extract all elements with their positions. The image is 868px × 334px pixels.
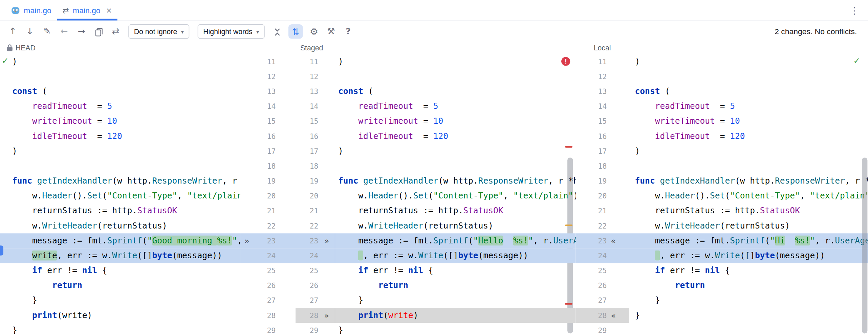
local-scrollbar-thumb[interactable] <box>862 158 867 333</box>
code-token: ) <box>573 191 576 200</box>
line-number: 28 <box>576 311 607 320</box>
code-line[interactable] <box>0 159 240 173</box>
line-number: 22 <box>296 222 318 230</box>
code-line[interactable]: ) <box>0 54 240 69</box>
pane-head-editor[interactable]: )const ( readTimeout = 5 writeTimeout = … <box>0 54 240 334</box>
resolve-conflicts-icon[interactable]: ⚒ <box>325 25 337 38</box>
code-line[interactable]: w.WriteHeader(returnStatus) <box>335 218 576 233</box>
code-line[interactable]: return <box>0 278 240 293</box>
code-line[interactable]: readTimeout = 5 <box>633 99 868 114</box>
code-line[interactable]: message := fmt.Sprintf("Hello %s!", r.Us… <box>335 233 576 248</box>
code-line[interactable]: _, err := w.Write([]byte(message)) <box>633 248 868 263</box>
code-line[interactable]: print(write) <box>335 308 576 323</box>
apply-left-change-chevron-icon[interactable]: » <box>240 236 254 246</box>
code-line[interactable]: const ( <box>335 84 576 99</box>
code-line[interactable] <box>633 323 868 334</box>
code-line[interactable] <box>335 69 576 84</box>
code-line[interactable]: idleTimeout = 120 <box>335 129 576 144</box>
more-options-icon[interactable]: ⋮ <box>850 5 868 16</box>
code-line[interactable]: print(write) <box>0 308 240 323</box>
code-line[interactable]: write, err := w.Write([]byte(message)) <box>0 248 240 263</box>
collapse-unchanged-icon[interactable] <box>271 25 283 38</box>
ignore-policy-dropdown[interactable]: Do not ignore ▾ <box>128 24 189 39</box>
settings-gear-icon[interactable]: ⚙ <box>308 25 320 38</box>
code-line[interactable]: w.WriteHeader(returnStatus) <box>0 218 240 233</box>
apply-right-change-chevron-icon[interactable]: « <box>607 311 620 320</box>
code-token: } <box>338 325 343 334</box>
forward-icon[interactable]: → <box>75 25 87 38</box>
tab-merge-main-go[interactable]: ⇄ main.go × <box>57 0 117 21</box>
close-tab-icon[interactable]: × <box>106 6 112 15</box>
code-token: UserAgent <box>553 236 576 245</box>
code-line[interactable]: idleTimeout = 120 <box>633 129 868 144</box>
line-number: 29 <box>576 326 607 334</box>
line-number: 20 <box>296 192 318 200</box>
code-line[interactable]: w.Header().Set("Content-Type", "text/pla… <box>633 189 868 204</box>
code-token: ) <box>413 310 418 320</box>
code-line[interactable]: return <box>335 278 576 293</box>
code-line[interactable]: returnStatus := http.StatusOK <box>335 204 576 218</box>
apply-change-chevron-icon[interactable]: » <box>318 311 335 320</box>
code-line[interactable]: returnStatus := http.StatusOK <box>633 204 868 218</box>
code-line[interactable]: if err != nil { <box>335 263 576 278</box>
code-line[interactable]: writeTimeout = 10 <box>335 114 576 129</box>
code-line[interactable]: writeTimeout = 10 <box>633 114 868 129</box>
tab-main-go[interactable]: main.go <box>5 0 57 21</box>
code-line[interactable]: const ( <box>633 84 868 99</box>
code-line[interactable]: ) <box>633 144 868 159</box>
code-line[interactable]: readTimeout = 5 <box>0 99 240 114</box>
code-line[interactable] <box>633 159 868 173</box>
code-line[interactable]: w.WriteHeader(returnStatus) <box>633 218 868 233</box>
gutter-row: 25 <box>576 263 633 278</box>
code-line[interactable]: func getIndexHandler(w http.ResponseWrit… <box>335 174 576 189</box>
code-token <box>338 101 358 111</box>
code-line[interactable]: returnStatus := http.StatusOK <box>0 204 240 218</box>
back-icon[interactable]: ← <box>58 25 70 38</box>
code-line[interactable]: } <box>633 308 868 323</box>
code-line[interactable]: if err != nil { <box>633 263 868 278</box>
code-line[interactable]: } <box>0 323 240 334</box>
code-line[interactable]: w.Header().Set("Content-Type", "text/pla… <box>0 189 240 204</box>
code-line[interactable]: return <box>633 278 868 293</box>
copy-icon[interactable] <box>92 25 105 38</box>
pane-staged-editor[interactable]: )!const ( readTimeout = 5 writeTimeout =… <box>335 54 576 334</box>
code-line[interactable]: ) <box>633 54 868 69</box>
code-token <box>635 280 675 290</box>
code-line[interactable]: } <box>335 323 576 334</box>
swap-sides-icon[interactable]: ⇄ <box>110 25 122 38</box>
edit-icon[interactable]: ✎ <box>41 25 53 38</box>
code-line[interactable]: if err != nil { <box>0 263 240 278</box>
apply-right-change-chevron-icon[interactable]: « <box>607 236 620 246</box>
code-line[interactable]: func getIndexHandler(w http.ResponseWrit… <box>633 174 868 189</box>
code-line[interactable] <box>335 159 576 173</box>
code-line[interactable]: } <box>0 293 240 308</box>
code-line[interactable]: message := fmt.Sprintf("Good morning %s!… <box>0 233 240 248</box>
highlight-policy-dropdown[interactable]: Highlight words ▾ <box>198 24 265 39</box>
code-line[interactable]: } <box>633 293 868 308</box>
apply-change-chevron-icon[interactable]: » <box>318 236 335 246</box>
line-number: 24 <box>576 252 607 260</box>
code-line[interactable]: ) <box>0 144 240 159</box>
code-line[interactable]: func getIndexHandler(w http.ResponseWrit… <box>0 174 240 189</box>
code-line[interactable]: readTimeout = 5 <box>335 99 576 114</box>
tab-label: main.go <box>73 6 100 15</box>
code-line[interactable]: const ( <box>0 84 240 99</box>
code-line[interactable]: _, err := w.Write([]byte(message)) <box>335 248 576 263</box>
code-line[interactable] <box>633 69 868 84</box>
previous-change-icon[interactable]: ↑ <box>7 25 19 38</box>
help-icon[interactable]: ? <box>342 25 354 38</box>
code-line[interactable] <box>0 69 240 84</box>
next-change-icon[interactable]: ↓ <box>24 25 36 38</box>
synchronize-scrolling-icon[interactable]: ⇅ <box>288 24 303 39</box>
code-line[interactable]: } <box>335 293 576 308</box>
code-token <box>12 310 32 320</box>
code-line[interactable]: )! <box>335 54 576 69</box>
pane-local-editor[interactable]: )const ( readTimeout = 5 writeTimeout = … <box>633 54 868 334</box>
code-line[interactable]: writeTimeout = 10 <box>0 114 240 129</box>
code-line[interactable]: message := fmt.Sprintf("Hi %s!", r.UserA… <box>633 233 868 248</box>
code-line[interactable]: idleTimeout = 120 <box>0 129 240 144</box>
code-line[interactable]: w.Header().Set("Content-Type", "text/pla… <box>335 189 576 204</box>
code-token: ) <box>635 56 640 66</box>
go-file-icon <box>11 6 20 15</box>
code-line[interactable]: ) <box>335 144 576 159</box>
